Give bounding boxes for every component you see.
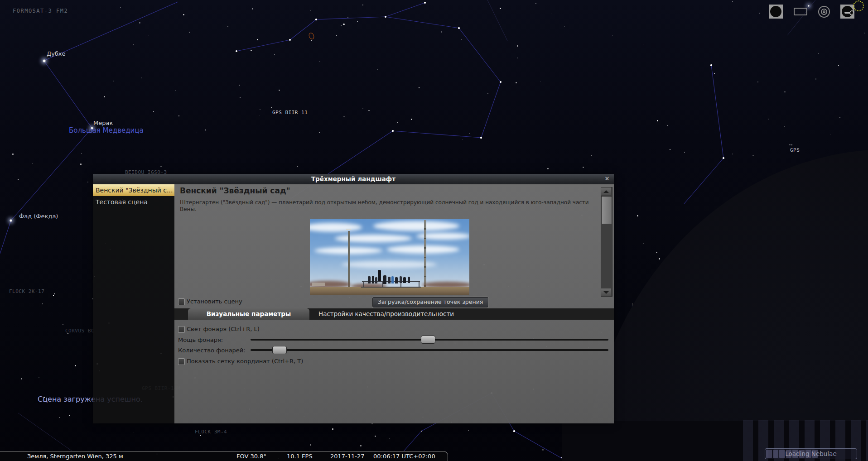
bright-star bbox=[424, 2, 426, 4]
star bbox=[535, 3, 536, 4]
star bbox=[319, 61, 320, 62]
viewpoints-button[interactable]: Загрузка/сохранение точек зрения bbox=[372, 297, 488, 307]
scene-item-test[interactable]: Тестовая сцена bbox=[93, 196, 174, 208]
sky-label: Большая Медведица bbox=[69, 126, 144, 134]
star bbox=[260, 109, 260, 110]
star bbox=[670, 149, 670, 150]
star bbox=[551, 13, 551, 14]
sky-label: FLOCK 3M-4 bbox=[195, 429, 227, 435]
ocular-view-button[interactable] bbox=[769, 5, 783, 19]
visual-parameters-panel: Свет фонаря (Ctrl+R, L) Мощь фонаря: Кол… bbox=[174, 320, 614, 423]
star bbox=[441, 31, 442, 33]
star bbox=[197, 133, 197, 133]
ccd-frame-icon[interactable] bbox=[794, 8, 807, 15]
torch-count-label: Количество фонарей: bbox=[178, 347, 246, 354]
star bbox=[389, 438, 390, 439]
star bbox=[360, 445, 362, 447]
photo-person bbox=[378, 270, 381, 281]
torch-strength-label: Мощь фонаря: bbox=[178, 336, 223, 343]
star bbox=[189, 32, 190, 32]
star bbox=[347, 17, 348, 18]
loading-progressbar: Loading Nebulae bbox=[765, 448, 857, 459]
selection-marker-icon bbox=[853, 0, 864, 11]
tab-quality-performance[interactable]: Настройки качества/производительности bbox=[309, 308, 617, 320]
scene-description: Штернгартен ("Звёздный сад") — планетари… bbox=[180, 199, 602, 213]
star bbox=[732, 1, 733, 1]
scroll-down-button[interactable] bbox=[601, 288, 611, 296]
scene-list: Венский "Звёздный с... Тестовая сцена bbox=[93, 184, 174, 423]
star bbox=[332, 428, 333, 430]
bright-star bbox=[392, 130, 393, 131]
bright-star bbox=[480, 137, 482, 138]
star bbox=[375, 436, 376, 437]
sky-label: GPS bbox=[790, 147, 800, 153]
scenery3d-dialog: Трёхмерный ландшафт ✕ Венский "Звёздный … bbox=[93, 174, 614, 423]
star bbox=[461, 39, 462, 40]
star bbox=[104, 96, 105, 97]
bright-star bbox=[458, 27, 460, 29]
sky-label: CORVUS BC bbox=[65, 328, 94, 334]
star bbox=[252, 8, 253, 10]
settings-circle-icon bbox=[842, 6, 853, 17]
arrow-up-icon bbox=[603, 190, 609, 193]
sky-label: Мерак bbox=[93, 120, 113, 126]
star bbox=[319, 132, 320, 133]
loading-label: Loading Nebulae bbox=[765, 449, 857, 459]
sky-label: FORMOSAT-3 FM2 bbox=[13, 8, 68, 14]
status-bar: Земля, Sterngarten Wien, 325 м FOV 30.8°… bbox=[0, 451, 448, 461]
star bbox=[23, 68, 23, 68]
tab-visual-parameters[interactable]: Визуальные параметры bbox=[188, 308, 309, 320]
bright-star bbox=[513, 430, 515, 432]
torch-count-handle[interactable] bbox=[272, 346, 287, 354]
close-icon[interactable]: ✕ bbox=[603, 175, 611, 182]
wrench-head-icon bbox=[849, 10, 855, 16]
scene-preview-photo bbox=[310, 219, 469, 295]
oculars-toolbar bbox=[758, 0, 867, 23]
torch-count-slider[interactable] bbox=[251, 346, 608, 354]
star bbox=[362, 108, 363, 109]
bright-star bbox=[315, 19, 317, 20]
torch-light-checkbox[interactable] bbox=[178, 326, 185, 333]
fov-status: FOV 30.8° bbox=[236, 451, 266, 461]
sky-label: Дубхе bbox=[47, 50, 66, 57]
oculars-settings-button[interactable] bbox=[840, 5, 854, 19]
dialog-content: Венский "Звёздный сад" Штернгартен ("Звё… bbox=[174, 184, 614, 423]
stellarium-screen: FORMOSAT-3 FM2ДубхеМеракБольшая Медведиц… bbox=[0, 0, 868, 461]
sky-label: FLOCK 2K-17 bbox=[9, 288, 44, 294]
bright-star bbox=[236, 50, 237, 52]
set-scene-checkbox[interactable] bbox=[178, 298, 185, 305]
star bbox=[547, 168, 549, 169]
time-status: 00:06:17 UTC+02:00 bbox=[373, 451, 435, 461]
coordinate-grid-checkbox[interactable] bbox=[178, 358, 185, 365]
star bbox=[59, 417, 60, 418]
star bbox=[657, 120, 658, 121]
star bbox=[63, 324, 64, 325]
photo-right-mast bbox=[424, 220, 426, 292]
telrad-icon[interactable] bbox=[818, 6, 830, 18]
bright-star bbox=[10, 219, 12, 222]
scene-item-wien[interactable]: Венский "Звёздный с... bbox=[93, 184, 174, 196]
slider-track bbox=[251, 349, 608, 351]
torch-strength-slider[interactable] bbox=[251, 336, 608, 344]
star bbox=[733, 154, 733, 154]
scrollbar-thumb[interactable] bbox=[601, 196, 612, 224]
star bbox=[500, 8, 501, 9]
set-scene-row: Установить сцену Загрузка/сохранение точ… bbox=[174, 296, 614, 308]
star bbox=[757, 82, 758, 82]
torch-strength-handle[interactable] bbox=[421, 336, 435, 344]
dialog-titlebar[interactable]: Трёхмерный ландшафт ✕ bbox=[93, 174, 614, 185]
description-scrollbar[interactable] bbox=[601, 187, 612, 297]
star bbox=[341, 25, 342, 26]
star bbox=[53, 295, 54, 296]
settings-tabbar: Визуальные параметры Настройки качества/… bbox=[174, 308, 614, 320]
star bbox=[516, 82, 516, 83]
scroll-up-button[interactable] bbox=[601, 187, 611, 195]
star bbox=[487, 93, 488, 94]
arrow-down-icon bbox=[603, 291, 609, 294]
star bbox=[39, 377, 39, 378]
star bbox=[517, 58, 518, 58]
star bbox=[87, 182, 88, 182]
star bbox=[336, 35, 337, 36]
set-scene-label: Установить сцену bbox=[187, 298, 242, 305]
star bbox=[310, 10, 311, 11]
